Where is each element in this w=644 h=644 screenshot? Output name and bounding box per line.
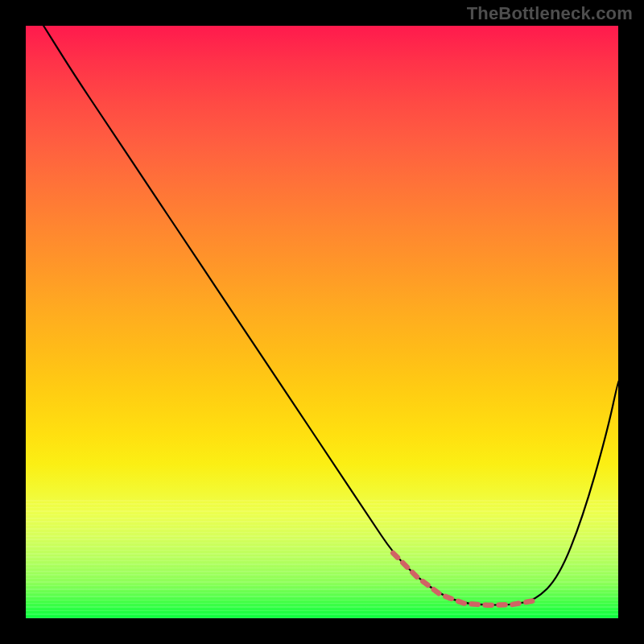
chart-frame: TheBottleneck.com	[0, 0, 644, 644]
watermark-text: TheBottleneck.com	[467, 3, 633, 24]
plot-area	[26, 26, 618, 618]
curve-layer	[26, 26, 618, 618]
bottleneck-curve	[43, 26, 618, 605]
flat-region-highlight	[393, 553, 535, 605]
